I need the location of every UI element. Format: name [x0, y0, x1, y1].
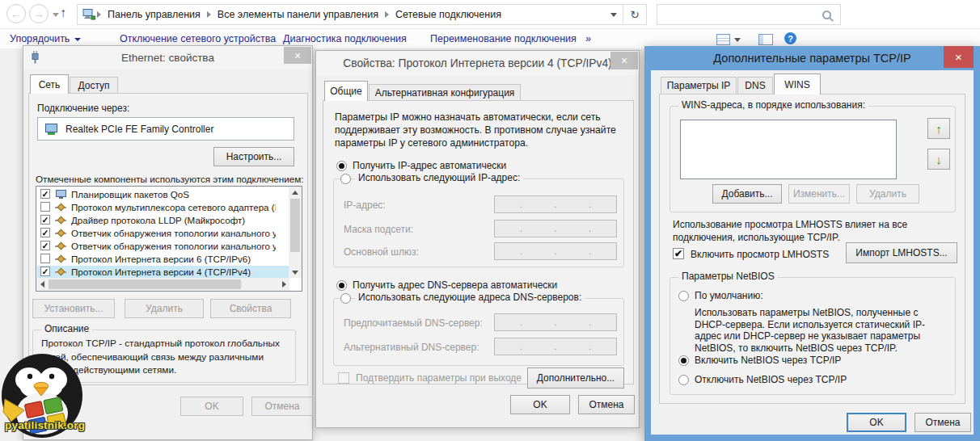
component-row[interactable]: ✓ Планировщик пакетов QoS: [37, 188, 276, 201]
scrollbar-thumb[interactable]: [290, 199, 300, 252]
preferred-dns-field[interactable]: . . .: [494, 313, 617, 331]
scrollbar-thumb[interactable]: [49, 279, 241, 289]
edit-button[interactable]: Изменить...: [788, 184, 850, 204]
close-button[interactable]: ×: [944, 46, 974, 68]
netbios-default-label[interactable]: По умолчанию:: [695, 290, 763, 301]
component-row[interactable]: Протокол мультиплексора сетевого адаптер…: [37, 201, 276, 214]
tab-network[interactable]: Сеть: [30, 74, 69, 94]
ethernet-dialog-titlebar[interactable]: Ethernet: свойства ×: [23, 46, 312, 69]
advanced-dialog-titlebar[interactable]: Дополнительные параметры TCP/IP: [644, 46, 980, 70]
properties-button[interactable]: Свойства: [210, 299, 291, 318]
configure-button[interactable]: Настроить...: [213, 147, 294, 166]
cancel-button[interactable]: Отмена: [251, 397, 313, 416]
component-checkbox[interactable]: ✓: [40, 215, 50, 225]
organize-menu[interactable]: Упорядочить: [10, 33, 81, 44]
close-icon: ×: [955, 50, 962, 64]
protocol-icon: [55, 204, 66, 210]
component-row[interactable]: ✓ Ответчик обнаружения топологии канальн…: [37, 227, 276, 240]
horizontal-scrollbar[interactable]: [36, 278, 289, 291]
manual-ip-radio[interactable]: [340, 174, 351, 184]
command-diagnose[interactable]: Диагностика подключения: [283, 33, 407, 44]
remove-button[interactable]: Удалить: [856, 184, 919, 204]
component-checkbox[interactable]: ✓: [40, 241, 50, 250]
manual-dns-label[interactable]: Использовать следующие адреса DNS-сервер…: [355, 292, 585, 303]
netbios-enable-radio[interactable]: [678, 355, 689, 366]
move-up-button[interactable]: ↑: [927, 118, 950, 139]
preview-pane-icon[interactable]: [758, 34, 773, 45]
tab-wins[interactable]: WINS: [774, 74, 821, 94]
address-bar[interactable]: Панель управления Все элементы панели уп…: [77, 4, 647, 25]
manual-dns-radio[interactable]: [340, 293, 351, 304]
advanced-button[interactable]: Дополнительно...: [527, 368, 624, 388]
netbios-enable-label[interactable]: Включить NetBIOS через TCP/IP: [695, 355, 841, 366]
breadcrumb-control-panel[interactable]: Панель управления: [103, 9, 205, 20]
breadcrumb-network-connections[interactable]: Сетевые подключения: [391, 9, 506, 20]
scroll-up-button[interactable]: [289, 187, 302, 198]
uninstall-button[interactable]: Удалить: [125, 299, 204, 318]
command-overflow-chevron[interactable]: »: [585, 33, 591, 44]
ok-button[interactable]: OK: [180, 397, 243, 416]
help-icon[interactable]: ?: [784, 32, 796, 44]
back-button[interactable]: ←: [6, 4, 26, 23]
cancel-button[interactable]: Отмена: [915, 413, 971, 432]
search-box[interactable]: [657, 4, 841, 25]
tab-alternate-configuration[interactable]: Альтернативная конфигурация: [369, 84, 521, 101]
network-adapter-icon: [45, 124, 57, 132]
component-checkbox[interactable]: ✓: [40, 189, 50, 199]
wins-addresses-listbox[interactable]: [680, 120, 897, 179]
ip-address-field[interactable]: . . .: [494, 195, 617, 213]
scroll-down-button[interactable]: [289, 267, 302, 278]
netbios-disable-label[interactable]: Отключить NetBIOS через TCP/IP: [695, 374, 847, 385]
move-down-button[interactable]: ↓: [927, 149, 950, 170]
subnet-mask-field[interactable]: . . .: [494, 220, 617, 237]
component-checkbox[interactable]: [40, 202, 50, 212]
component-checkbox[interactable]: ✓: [40, 228, 50, 237]
view-options-icon[interactable]: [716, 34, 730, 45]
tab-ip-settings[interactable]: Параметры IP: [661, 77, 737, 94]
tab-access[interactable]: Доступ: [70, 77, 118, 94]
validate-settings-checkbox[interactable]: [338, 372, 349, 384]
netbios-default-radio[interactable]: [678, 291, 689, 301]
ipv4-dialog-titlebar[interactable]: Свойства: Протокол Интернета версии 4 (T…: [316, 51, 639, 75]
scroll-right-button[interactable]: [278, 278, 289, 291]
view-options-caret-icon[interactable]: [734, 38, 741, 42]
refresh-button[interactable]: ↻: [623, 5, 646, 24]
component-row[interactable]: Протокол Интернета версии 6 (TCP/IPv6): [37, 253, 276, 266]
cancel-button[interactable]: Отмена: [578, 395, 635, 414]
gateway-field[interactable]: . . .: [494, 242, 617, 260]
ok-button[interactable]: OK: [847, 413, 906, 432]
auto-dns-label[interactable]: Получить адрес DNS-сервера автоматически: [353, 279, 557, 291]
component-checkbox[interactable]: ✓: [40, 267, 50, 276]
vertical-scrollbar[interactable]: [289, 187, 302, 278]
breadcrumb-all-items[interactable]: Все элементы панели управления: [213, 9, 383, 20]
address-history-dropdown[interactable]: [605, 5, 623, 24]
tab-dns[interactable]: DNS: [737, 77, 773, 94]
command-rename[interactable]: Переименование подключения: [430, 33, 577, 44]
netbios-disable-radio[interactable]: [678, 375, 689, 385]
alternate-dns-field[interactable]: . . .: [494, 338, 617, 355]
lmhosts-checkbox-label[interactable]: Включить просмотр LMHOSTS: [691, 249, 829, 260]
import-lmhosts-button[interactable]: Импорт LMHOSTS...: [846, 242, 957, 263]
lmhosts-checkbox[interactable]: ✔: [673, 248, 684, 259]
auto-ip-radio[interactable]: [336, 161, 347, 171]
close-button[interactable]: ×: [610, 52, 638, 69]
add-button[interactable]: Добавить...: [712, 184, 782, 204]
component-checkbox[interactable]: [40, 254, 50, 263]
install-button[interactable]: Установить...: [32, 299, 115, 318]
components-listbox[interactable]: ✓ Планировщик пакетов QoS Протокол мульт…: [36, 186, 302, 292]
tab-general[interactable]: Общие: [324, 81, 368, 101]
forward-button[interactable]: →: [29, 4, 49, 23]
recent-pages-caret-icon[interactable]: [53, 13, 59, 17]
up-button[interactable]: ↑: [60, 6, 66, 20]
search-input[interactable]: [661, 6, 817, 24]
auto-ip-label[interactable]: Получить IP-адрес автоматически: [353, 160, 506, 171]
ok-button[interactable]: OK: [510, 395, 570, 414]
close-button[interactable]: ×: [284, 47, 311, 64]
scroll-left-button[interactable]: [36, 278, 48, 291]
auto-dns-radio[interactable]: [336, 280, 347, 291]
command-disable-device[interactable]: Отключение сетевого устройства: [120, 33, 276, 44]
component-row-selected[interactable]: ✓ Протокол Интернета версии 4 (TCP/IPv4): [37, 266, 289, 279]
manual-ip-label[interactable]: Использовать следующий IP-адрес:: [355, 172, 523, 183]
component-row[interactable]: ✓ Драйвер протокола LLDP (Майкрософт): [37, 214, 276, 227]
component-row[interactable]: ✓ Ответчик обнаружения топологии канальн…: [37, 240, 276, 253]
